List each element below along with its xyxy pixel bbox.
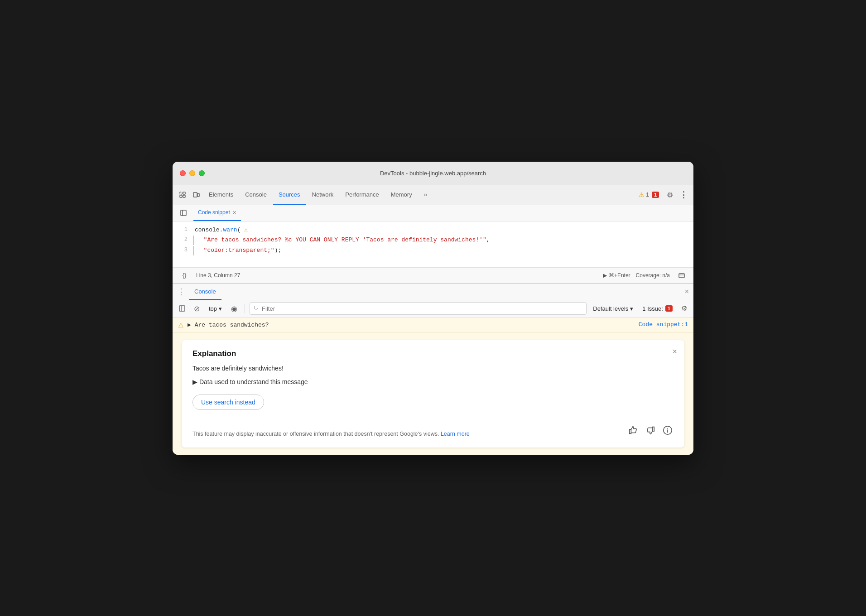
default-levels-chevron-icon: ▾ [630,305,633,312]
snippet-header: Code snippet × [173,205,693,221]
clear-console-icon[interactable]: ⊘ [191,303,202,314]
status-right: ▶ ⌘+Enter Coverage: n/a [603,269,688,282]
svg-rect-2 [180,195,182,197]
inspector-icon[interactable] [190,188,202,201]
screenshot-icon[interactable] [675,269,688,282]
console-settings-icon[interactable]: ⚙ [678,303,690,314]
filter-input-wrap: ⛉ [250,302,587,315]
eye-icon[interactable]: ◉ [228,303,240,314]
error-count-badge: 1 [652,192,659,198]
coverage-label: Coverage: n/a [636,272,670,279]
bottom-section: ⋮ Console × ⊘ top ▾ ◉ [173,284,693,455]
thumbup-button[interactable] [627,424,639,438]
warning-icon: ⚠ [639,191,645,198]
thumbdown-button[interactable] [645,424,656,438]
devtools-window: DevTools - bubble-jingle.web.app/search … [173,162,693,455]
line-num-2: 2 [173,236,193,244]
svg-rect-4 [193,192,197,197]
console-log-row[interactable]: ⚠ ▶ Are tacos sandwiches? Code snippet:1 [173,318,693,333]
console-content: ⚠ ▶ Are tacos sandwiches? Code snippet:1… [173,318,693,455]
default-levels-label: Default levels [593,305,628,312]
close-button[interactable] [180,170,186,176]
svg-rect-10 [179,306,185,311]
filter-input[interactable] [262,305,582,312]
console-warn-icon: ⚠ [178,322,184,329]
console-close-icon[interactable]: × [685,288,689,296]
issue-count-badge: 1 [665,305,673,312]
line-num-3: 3 [173,246,193,255]
console-dots-icon[interactable]: ⋮ [177,287,185,297]
issue-badge: 1 Issue: 1 [640,305,675,312]
code-line-2: 2 "Are tacos sandwiches? %c YOU CAN ONLY… [173,235,693,245]
run-icon: ▶ [603,272,607,279]
more-options-icon[interactable]: ⋮ [677,188,690,201]
tab-performance[interactable]: Performance [340,185,384,205]
console-tab-label: Console [194,288,216,295]
snippet-tab-label: Code snippet [198,209,230,216]
svg-rect-1 [183,192,185,194]
disclaimer-text: This feature may display inaccurate or o… [192,430,470,438]
sidebar-panel-icon[interactable] [176,303,188,314]
top-chevron-icon: ▾ [219,305,222,312]
info-button[interactable] [662,424,674,438]
cursor-position: Line 3, Column 27 [196,272,240,279]
use-search-button[interactable]: Use search instead [192,395,264,410]
tab-sources[interactable]: Sources [273,185,306,205]
line-content-2: "Are tacos sandwiches? %c YOU CAN ONLY R… [193,236,693,245]
svg-rect-8 [679,274,684,278]
traffic-lights [180,170,205,176]
window-title: DevTools - bubble-jingle.web.app/search [380,170,486,177]
data-section-toggle[interactable]: ▶ Data used to understand this message [192,378,674,385]
default-levels-button[interactable]: Default levels ▾ [589,304,637,313]
maximize-button[interactable] [199,170,205,176]
minimize-button[interactable] [189,170,195,176]
pretty-print-icon[interactable]: {} [178,269,191,282]
title-bar: DevTools - bubble-jingle.web.app/search [173,162,693,185]
console-header: ⋮ Console × [173,284,693,300]
snippet-close-icon[interactable]: × [233,209,236,216]
toolbar-divider-1 [245,304,245,313]
top-label: top [209,305,217,312]
devtools-tab-bar: Elements Console Sources Network Perform… [173,185,693,205]
line-content-3: "color:transparent;"); [193,246,693,255]
error-badge[interactable]: 1 [652,192,659,198]
warning-badge[interactable]: ⚠ 1 [639,191,649,198]
learn-more-link[interactable]: Learn more [441,431,470,437]
tab-elements[interactable]: Elements [203,185,239,205]
line-content-1: console.warn( ⚠ [193,226,693,235]
code-line-1: 1 console.warn( ⚠ [173,225,693,236]
svg-rect-0 [180,192,182,194]
code-editor: 1 console.warn( ⚠ 2 "Are tacos sandwiche… [173,221,693,267]
tab-more[interactable]: » [419,185,433,205]
run-button[interactable]: ▶ ⌘+Enter [603,272,630,279]
snippet-panel-icon[interactable] [177,207,190,219]
data-section-text: ▶ Data used to understand this message [192,378,308,385]
cursor-icon[interactable] [176,188,189,201]
console-toolbar: ⊘ top ▾ ◉ ⛉ Default levels ▾ 1 Issue: 1 [173,300,693,318]
tab-network[interactable]: Network [307,185,339,205]
settings-icon[interactable]: ⚙ [664,188,676,201]
top-context-selector[interactable]: top ▾ [205,304,226,313]
console-tab[interactable]: Console [189,284,221,300]
code-line-3: 3 "color:transparent;"); [173,245,693,256]
status-bar: {} Line 3, Column 27 ▶ ⌘+Enter Coverage:… [173,267,693,284]
disclaimer-body: This feature may display inaccurate or o… [192,431,439,437]
line-num-1: 1 [173,226,193,234]
warning-count: 1 [646,192,649,198]
devtools-main: Code snippet × 1 console.warn( ⚠ 2 "Are … [173,205,693,455]
snippet-tab[interactable]: Code snippet × [193,205,241,221]
explanation-close-button[interactable]: × [672,347,677,356]
feedback-row: This feature may display inaccurate or o… [192,423,674,438]
tab-console[interactable]: Console [240,185,272,205]
console-source-link[interactable]: Code snippet:1 [639,321,688,328]
run-shortcut: ⌘+Enter [609,272,630,279]
explanation-title: Explanation [192,349,674,358]
tab-memory[interactable]: Memory [385,185,418,205]
console-log-message: ▶ Are tacos sandwiches? [188,321,635,328]
explanation-card: Explanation × Tacos are definitely sandw… [182,340,684,448]
svg-rect-6 [181,210,186,216]
explanation-body: Tacos are definitely sandwiches! [192,365,674,372]
issue-label: 1 Issue: [642,305,663,312]
snippet-area: Code snippet × 1 console.warn( ⚠ 2 "Are … [173,205,693,267]
svg-rect-5 [197,193,199,197]
